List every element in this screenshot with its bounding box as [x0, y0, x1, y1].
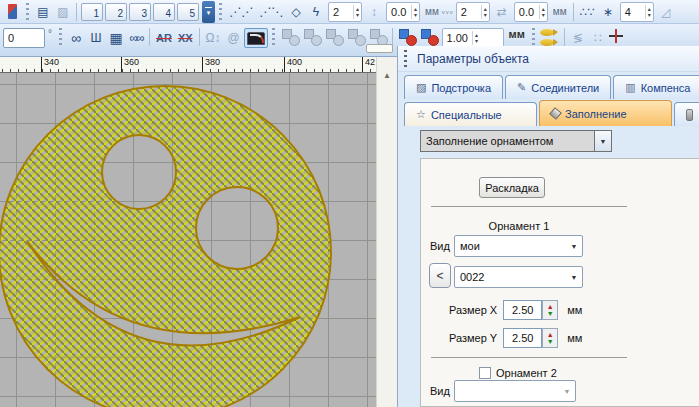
updown-icon[interactable]: ↕	[364, 2, 384, 22]
unit-label: мм	[509, 28, 525, 40]
degree-label: °	[48, 28, 52, 39]
loop-height-icon[interactable]: Ω↕	[203, 28, 224, 48]
macro-button-5[interactable]: 5	[177, 3, 199, 21]
shape-exclude-icon[interactable]	[346, 28, 366, 46]
macro-button-4[interactable]: 4	[153, 3, 175, 21]
shape-subtract-icon[interactable]	[302, 28, 322, 46]
size-x-input[interactable]: 2.50	[503, 300, 542, 320]
shape-intersect-icon[interactable]	[324, 28, 344, 46]
ornament2-kind-combobox[interactable]: ▼	[454, 380, 576, 402]
shape-union-icon[interactable]	[280, 28, 300, 46]
repeat-spinner[interactable]: 2▴▾	[456, 2, 490, 22]
tab-label: Специальные	[431, 109, 502, 121]
toolbar-overflow-button[interactable]: ▾	[202, 1, 215, 23]
layout-button[interactable]: Раскладка	[479, 177, 545, 198]
stitch-sheet-icon[interactable]: ▨	[53, 2, 73, 22]
columns-stitch-icon[interactable]: Ш	[86, 28, 106, 48]
separator	[149, 28, 150, 46]
burst-dots-icon[interactable]: ∗	[598, 2, 618, 22]
dot-grid-icon[interactable]: ∷	[588, 28, 608, 48]
length-spinner[interactable]: 0.0▴▾	[386, 2, 420, 22]
size-x-stepper[interactable]: ▲▼	[542, 300, 558, 320]
fish-motif-icon[interactable]	[539, 28, 561, 48]
toolbar-grip[interactable]	[59, 28, 62, 46]
toolbar-grip[interactable]	[219, 3, 222, 21]
smiley-design[interactable]	[0, 73, 376, 407]
size-y-stepper[interactable]: ▲▼	[542, 328, 558, 348]
fill-type-combobox[interactable]: Заполнение орнаментом ▼	[420, 130, 612, 152]
form-properties-icon[interactable]: ▤	[33, 2, 53, 22]
unit-label: мм	[567, 332, 582, 344]
ornament-kind-value: мои	[455, 240, 566, 252]
shape-trim-icon[interactable]	[419, 28, 439, 46]
underlay-icon: ▨	[416, 81, 426, 94]
angle-input[interactable]: 0	[3, 28, 45, 48]
ruler-tick: 380	[202, 57, 203, 73]
size-y-label: Размер Y	[449, 332, 497, 344]
separator	[564, 28, 565, 46]
presser-foot-icon	[686, 109, 693, 121]
panel-tabs: ▨ Подстрочка ✎ Соединители ▥ Компенса ☆ …	[398, 72, 699, 126]
tab-label: Подстрочка	[431, 82, 491, 94]
hatch-fill-icon[interactable]: ⋰⋰	[226, 2, 256, 22]
tab-label: Компенса	[641, 82, 691, 94]
toolbar-grip[interactable]	[532, 28, 535, 46]
horizontal-ruler[interactable]: 340 360 380 400 42	[0, 57, 376, 73]
offset-spinner[interactable]: 0.0▴▾	[514, 2, 548, 22]
pattern-combobox[interactable]: 0022 ▼	[454, 266, 583, 288]
diamond-outline-icon[interactable]: ◇	[286, 2, 306, 22]
macro-button-3[interactable]: 3	[129, 3, 151, 21]
object-parameters-panel: Параметры объекта ▨ Подстрочка ✎ Соедини…	[397, 46, 699, 407]
chevron-down-icon: ▼	[566, 274, 582, 281]
shape-weld-icon[interactable]	[397, 28, 417, 46]
fill-bucket-icon	[549, 107, 562, 120]
monogram-xx-icon[interactable]: XX	[175, 28, 196, 48]
pen-tool-icon[interactable]	[2, 2, 22, 22]
lightning-icon[interactable]: ϟ	[306, 2, 326, 22]
previous-pattern-button[interactable]: <	[429, 263, 451, 288]
vid2-label: Вид	[430, 385, 450, 397]
panel-drag-handle[interactable]	[404, 50, 407, 68]
chevron-down-icon: ▼	[559, 388, 575, 395]
size-y-input[interactable]: 2.50	[503, 328, 542, 348]
swirl-icon[interactable]: @	[224, 28, 244, 48]
tab-podstrochka[interactable]: ▨ Подстрочка	[404, 75, 503, 99]
tab-row-1: ▨ Подстрочка ✎ Соединители ▥ Компенса	[404, 72, 699, 99]
pattern-value: 0022	[455, 271, 566, 283]
unit-label: мм	[425, 6, 439, 17]
combobox-arrow-button[interactable]: ▼	[594, 131, 611, 151]
tab-kompensacia[interactable]: ▥ Компенса	[613, 75, 699, 99]
stitch-count-spinner[interactable]: 2▴▾	[328, 2, 362, 22]
design-canvas[interactable]	[0, 73, 376, 407]
ornament-kind-combobox[interactable]: мои ▼	[454, 235, 583, 257]
zigzag-connect-icon[interactable]: ≶	[568, 28, 588, 48]
scroll-up-icon[interactable]: ▲	[377, 71, 397, 80]
vid-label: Вид	[430, 240, 450, 252]
tab-soediniteli[interactable]: ✎ Соединители	[505, 75, 611, 99]
tab-specialnye[interactable]: ☆ Специальные	[404, 102, 537, 126]
ornament2-label: Орнамент 2	[496, 367, 557, 379]
transfer-icon[interactable]: ⇄	[492, 2, 512, 22]
size-x-row: Размер X 2.50 ▲▼ мм	[449, 300, 582, 320]
scrollbar-splitter[interactable]	[366, 44, 393, 53]
monogram-ar-icon[interactable]: AR	[153, 28, 175, 48]
outline-width-spinner[interactable]: 1.00▴▾	[442, 28, 504, 48]
vertical-scrollbar[interactable]: ▲	[376, 57, 397, 407]
toolbar-grip[interactable]	[272, 28, 275, 46]
cross-hatch-icon[interactable]: ⋰⋱	[256, 2, 286, 22]
rings-stitch-icon[interactable]: ∞	[66, 28, 86, 48]
chain-stitch-icon[interactable]: ∞∞	[126, 28, 146, 48]
density-spinner[interactable]: 4▴▾	[620, 2, 654, 22]
macro-button-1[interactable]: 1	[81, 3, 103, 21]
macro-button-2[interactable]: 2	[105, 3, 127, 21]
tab-zapolnenie[interactable]: Заполнение	[539, 100, 672, 126]
clipped-icon[interactable]: ◿	[656, 2, 676, 22]
tab-needle[interactable]	[674, 102, 699, 126]
toolbar-grip[interactable]	[26, 3, 29, 21]
axis-cross-icon[interactable]	[608, 28, 624, 44]
monitor-preview-icon[interactable]	[244, 28, 268, 48]
scatter-dots-icon[interactable]: ∴∵	[577, 2, 598, 22]
grid-stitch-icon[interactable]: ▦	[106, 28, 126, 48]
ornament2-checkbox[interactable]	[479, 367, 491, 379]
unit-label: мм	[567, 304, 582, 316]
